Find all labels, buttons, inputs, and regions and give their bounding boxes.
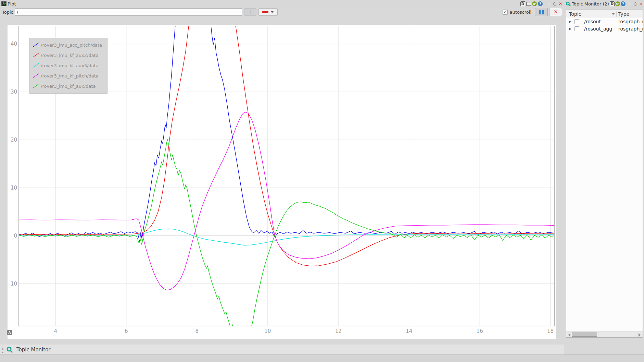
topic-type: rosgraph_m — [618, 25, 643, 33]
maximize-icon[interactable]: ○ — [552, 1, 557, 6]
x-tick-label: 12 — [331, 328, 345, 334]
x-tick-label: 4 — [49, 328, 62, 334]
minimize-icon[interactable]: – — [546, 1, 551, 6]
y-tick-label: -10 — [8, 281, 17, 287]
legend-line-swatch — [32, 62, 40, 69]
topic-checkbox[interactable] — [574, 26, 579, 31]
topic-label: Topic — [2, 10, 13, 15]
scroll-left-icon[interactable] — [568, 333, 570, 337]
x-tick-label: 14 — [402, 328, 416, 334]
magnifier-icon — [6, 346, 13, 353]
monitor-icon[interactable] — [526, 2, 531, 6]
minus-icon — [262, 11, 268, 13]
plot-window: Plot D ⟳ ? – ○ ✕ Topic + ✓ autoscroll ✕ — [0, 0, 564, 362]
plus-icon: + — [248, 9, 252, 15]
x-tick-label: 10 — [261, 328, 275, 334]
table-row[interactable]: ▶ /rosout_agg rosgraph_m — [566, 25, 643, 33]
column-divider[interactable] — [616, 11, 617, 17]
y-tick-label: 40 — [8, 41, 17, 47]
sort-indicator-icon — [611, 13, 615, 15]
topic-monitor-tab[interactable]: Topic Monitor — [16, 347, 51, 353]
y-tick-label: 10 — [8, 185, 17, 191]
magnifier-icon — [566, 1, 571, 7]
legend-label: /rover3_imu_kf_aux/data — [41, 84, 96, 89]
y-tick-label: 20 — [8, 137, 17, 143]
pause-button[interactable] — [535, 8, 548, 16]
remove-topic-button[interactable] — [258, 8, 278, 16]
legend-line-swatch — [32, 83, 40, 89]
check-icon: ✓ — [503, 9, 507, 14]
column-header-topic[interactable]: Topic — [569, 10, 581, 18]
help-icon[interactable]: ? — [538, 1, 543, 6]
bottom-tab-bar: Topic Monitor — [0, 345, 564, 354]
autoscroll-label: autoscroll — [510, 10, 531, 15]
clear-button[interactable]: ✕ — [549, 8, 562, 16]
pause-icon — [539, 10, 541, 14]
plot-titlebar: Plot D ⟳ ? – ○ ✕ — [0, 0, 564, 8]
plot-canvas[interactable]: A 4681012141618-10010203040 /rover3_imu_… — [8, 25, 556, 339]
chevron-down-icon — [270, 11, 274, 13]
legend-item: /rover3_imu_kf_pitch/data — [32, 71, 105, 81]
expand-arrow-icon[interactable]: ▶ — [569, 27, 571, 31]
topic-monitor-window: Topic Monitor (2) D ⟳ ? – ○ ✕ Topic Type… — [565, 0, 644, 354]
plot-app-icon — [1, 1, 7, 6]
topic-checkbox[interactable] — [574, 19, 579, 24]
minimize-icon[interactable]: – — [628, 1, 632, 6]
table-row[interactable]: ▶ /rosout rosgraph_m — [566, 18, 643, 25]
horizontal-scrollbar[interactable] — [566, 331, 643, 337]
scroll-right-icon[interactable] — [639, 333, 641, 337]
autoscale-button[interactable]: A — [7, 330, 12, 335]
expand-arrow-icon[interactable]: ▶ — [569, 20, 571, 23]
scrollbar-thumb[interactable] — [572, 333, 597, 337]
y-tick-label: 30 — [8, 89, 17, 95]
x-tick-label: 16 — [473, 328, 487, 334]
topic-tree: Topic Type ▶ /rosout rosgraph_m▶ /rosout… — [566, 10, 643, 338]
topic-monitor-titlebar: Topic Monitor (2) D ⟳ ? – ○ ✕ — [565, 0, 644, 8]
y-tick-label: 0 — [8, 233, 17, 239]
legend-label: /rover3_imu_kf_aux2/data — [41, 53, 99, 58]
topic-input[interactable] — [15, 8, 242, 16]
legend-line-swatch — [32, 52, 40, 58]
close-icon[interactable]: ✕ — [639, 1, 643, 6]
status-strip — [0, 354, 644, 362]
reload-icon[interactable]: ⟳ — [615, 1, 620, 6]
legend-item: /rover3_imu_kf_aux2/data — [32, 50, 105, 60]
help-icon[interactable]: ? — [621, 1, 626, 6]
x-tick-label: 6 — [119, 328, 133, 334]
reload-icon[interactable]: ⟳ — [532, 1, 537, 6]
plot-toolbar: Topic + ✓ autoscroll ✕ — [0, 8, 564, 16]
x-tick-label: 8 — [190, 328, 204, 334]
tree-header: Topic Type — [566, 10, 643, 18]
column-header-type[interactable]: Type — [618, 10, 629, 18]
legend-line-swatch — [32, 42, 40, 48]
drag-grip-icon[interactable] — [2, 347, 3, 353]
add-topic-button[interactable]: + — [244, 8, 256, 16]
legend-label: /rover3_imu_acc_pitch/data — [41, 43, 102, 48]
legend[interactable]: /rover3_imu_acc_pitch/data /rover3_imu_k… — [29, 38, 108, 94]
legend-item: /rover3_imu_acc_pitch/data — [32, 40, 105, 50]
topic-type: rosgraph_m — [618, 18, 643, 25]
legend-line-swatch — [32, 73, 40, 79]
dock-icon[interactable]: D — [610, 1, 615, 6]
clear-x-icon: ✕ — [554, 9, 558, 15]
x-tick-label: 18 — [544, 328, 557, 334]
close-icon[interactable]: ✕ — [558, 1, 563, 6]
legend-label: /rover3_imu_kf_aux3/data — [41, 63, 99, 68]
legend-label: /rover3_imu_kf_pitch/data — [41, 73, 99, 79]
dock-icon[interactable]: D — [520, 1, 525, 6]
topic-name: /rosout_agg — [584, 25, 612, 33]
maximize-icon[interactable]: ○ — [633, 1, 638, 6]
legend-item: /rover3_imu_kf_aux/data — [32, 81, 105, 91]
autoscroll-checkbox[interactable]: ✓ — [503, 10, 508, 15]
topic-name: /rosout — [584, 18, 601, 25]
legend-item: /rover3_imu_kf_aux3/data — [32, 60, 105, 71]
topic-monitor-title: Topic Monitor (2) — [572, 1, 609, 7]
plot-window-title: Plot — [8, 1, 16, 7]
